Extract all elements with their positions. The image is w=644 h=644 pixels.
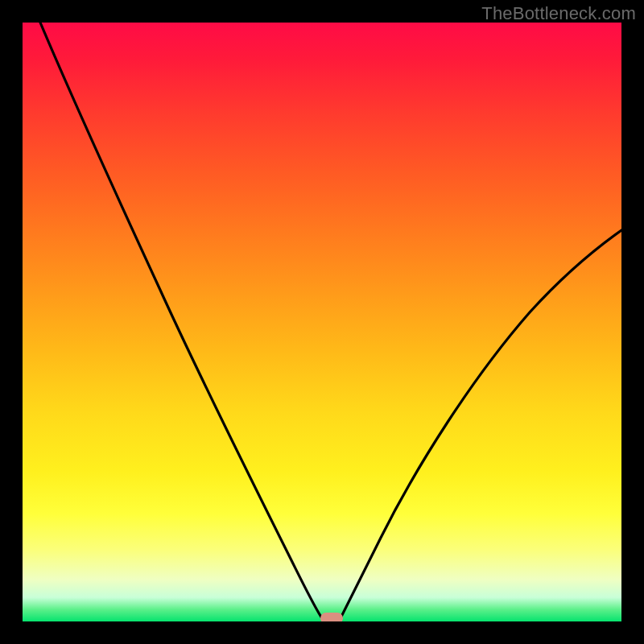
curve-layer: [23, 23, 621, 621]
chart-frame: TheBottleneck.com: [0, 0, 644, 644]
min-marker: [320, 613, 343, 621]
plot-area: [23, 23, 621, 621]
bottleneck-curve: [40, 23, 621, 618]
watermark-label: TheBottleneck.com: [481, 3, 636, 24]
